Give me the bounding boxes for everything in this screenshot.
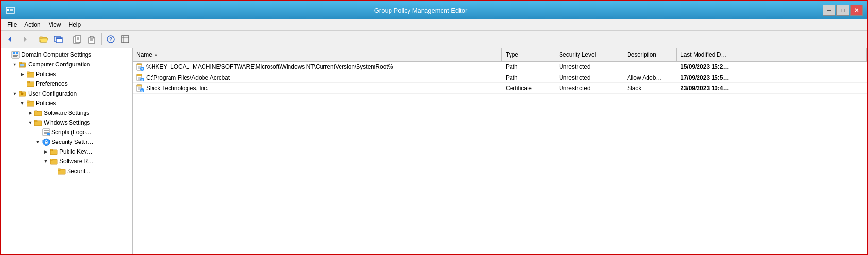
svg-rect-51 bbox=[47, 133, 50, 135]
user-folder-icon bbox=[19, 90, 27, 97]
svg-rect-68 bbox=[137, 74, 142, 76]
window-icon bbox=[5, 5, 15, 15]
col-type-label: Type bbox=[506, 51, 518, 58]
folder-icon-public-key bbox=[50, 148, 58, 155]
minimize-button[interactable]: ─ bbox=[823, 5, 835, 16]
tree-item-security-settings[interactable]: ▼ Security Settir… bbox=[1, 137, 132, 147]
toolbar: ? bbox=[1, 31, 867, 48]
tree-item-software-restriction[interactable]: ▼ Software R… bbox=[1, 157, 132, 166]
forward-button[interactable] bbox=[18, 32, 32, 46]
separator-1 bbox=[34, 33, 34, 45]
svg-rect-75 bbox=[137, 85, 142, 86]
tree-label-security-leaf: Securit… bbox=[67, 168, 91, 175]
svg-rect-35 bbox=[27, 72, 30, 73]
expand-windows-settings[interactable]: ▼ bbox=[27, 119, 34, 126]
tree-label-preferences: Preferences bbox=[36, 80, 68, 87]
menu-view[interactable]: View bbox=[45, 20, 65, 29]
col-header-security[interactable]: Security Level bbox=[555, 48, 623, 61]
copy-button[interactable] bbox=[70, 32, 84, 46]
menu-help[interactable]: Help bbox=[65, 20, 85, 29]
col-header-name[interactable]: Name ▲ bbox=[133, 48, 502, 61]
help-icon: ? bbox=[106, 35, 115, 44]
tree-label-computer-config: Computer Configuration bbox=[28, 61, 90, 68]
scripts-icon bbox=[42, 128, 50, 136]
main-content: Domain Computer Settings ▼ Computer Conf… bbox=[1, 48, 867, 254]
policy-icon-2: S bbox=[136, 74, 144, 81]
cell-name-3: S Slack Technologies, Inc. bbox=[133, 83, 502, 93]
properties-button[interactable] bbox=[119, 32, 132, 46]
menu-file[interactable]: File bbox=[3, 20, 20, 29]
new-window-button[interactable] bbox=[51, 32, 65, 46]
col-header-desc[interactable]: Description bbox=[623, 48, 677, 61]
cell-name-1: S %HKEY_LOCAL_MACHINE\SOFTWARE\Microsoft… bbox=[133, 62, 502, 72]
col-modified-label: Last Modified D… bbox=[681, 51, 727, 58]
restore-button[interactable]: □ bbox=[836, 5, 849, 16]
svg-text:S: S bbox=[141, 68, 143, 71]
properties-icon bbox=[121, 35, 130, 44]
expand-computer-config[interactable]: ▼ bbox=[11, 61, 18, 68]
right-panel: Name ▲ Type Security Level Description L… bbox=[133, 48, 867, 254]
tree-item-scripts[interactable]: Scripts (Logo… bbox=[1, 128, 132, 137]
list-body: S %HKEY_LOCAL_MACHINE\SOFTWARE\Microsoft… bbox=[133, 62, 867, 254]
expand-policies[interactable]: ▶ bbox=[19, 71, 26, 78]
folder-icon-user-policies bbox=[27, 100, 34, 107]
tree-item-policies[interactable]: ▶ Policies bbox=[1, 69, 132, 79]
table-row[interactable]: S %HKEY_LOCAL_MACHINE\SOFTWARE\Microsoft… bbox=[133, 62, 867, 72]
tree-label-scripts: Scripts (Logo… bbox=[51, 129, 92, 136]
tree-item-software-settings[interactable]: ▶ Software Settings bbox=[1, 108, 132, 118]
table-row[interactable]: S C:\Program Files\Adobe Acrobat Path Un… bbox=[133, 72, 867, 83]
tree-item-domain[interactable]: Domain Computer Settings bbox=[1, 50, 132, 60]
table-row[interactable]: S Slack Technologies, Inc. Certificate U… bbox=[133, 83, 867, 94]
folder-icon-policies bbox=[27, 71, 34, 78]
svg-rect-55 bbox=[50, 149, 53, 151]
folder-icon-software bbox=[34, 110, 42, 116]
svg-rect-26 bbox=[13, 52, 15, 54]
folder-icon-software-restriction bbox=[50, 158, 58, 165]
cell-modified-3: 23/09/2023 10:4… bbox=[677, 83, 867, 93]
svg-rect-10 bbox=[56, 38, 62, 39]
cell-type-3: Certificate bbox=[502, 83, 555, 93]
expand-preferences bbox=[19, 80, 26, 87]
policy-icon-3: S bbox=[136, 84, 144, 92]
tree-panel: Domain Computer Settings ▼ Computer Conf… bbox=[1, 48, 133, 254]
tree-label-domain: Domain Computer Settings bbox=[21, 51, 91, 58]
tree-label-user-policies: Policies bbox=[36, 100, 56, 107]
back-button[interactable] bbox=[3, 32, 17, 46]
cell-desc-2: Allow Adob… bbox=[623, 72, 677, 82]
close-button[interactable]: ✕ bbox=[850, 5, 863, 16]
svg-rect-31 bbox=[19, 62, 22, 64]
expand-software-restriction[interactable]: ▼ bbox=[42, 158, 49, 165]
paste-button[interactable] bbox=[85, 32, 99, 46]
col-header-modified[interactable]: Last Modified D… bbox=[677, 48, 867, 61]
tree-item-windows-settings[interactable]: ▼ Windows Settings bbox=[1, 118, 132, 128]
expand-public-key[interactable]: ▶ bbox=[42, 148, 49, 155]
tree-item-security-leaf[interactable]: Securit… bbox=[1, 166, 132, 176]
tree-item-public-key[interactable]: ▶ Public Key… bbox=[1, 147, 132, 157]
svg-rect-33 bbox=[20, 64, 24, 66]
svg-rect-28 bbox=[13, 55, 18, 56]
tree-item-user-config[interactable]: ▼ User Configuration bbox=[1, 89, 132, 98]
col-header-type[interactable]: Type bbox=[502, 48, 555, 61]
cell-desc-1 bbox=[623, 62, 677, 72]
window-title: Group Policy Management Editor bbox=[19, 7, 823, 14]
expand-user-policies[interactable]: ▼ bbox=[19, 100, 26, 107]
expand-security-settings[interactable]: ▼ bbox=[34, 139, 41, 145]
main-window: Group Policy Management Editor ─ □ ✕ Fil… bbox=[0, 0, 868, 255]
tree-label-windows-settings: Windows Settings bbox=[44, 119, 90, 126]
expand-software-settings[interactable]: ▶ bbox=[27, 110, 34, 116]
tree-item-user-policies[interactable]: ▼ Policies bbox=[1, 98, 132, 108]
svg-rect-39 bbox=[19, 91, 22, 93]
col-security-label: Security Level bbox=[559, 51, 596, 58]
tree-item-preferences[interactable]: Preferences bbox=[1, 79, 132, 89]
cell-modified-2: 17/09/2023 15:5… bbox=[677, 72, 867, 82]
svg-rect-46 bbox=[34, 120, 37, 122]
tree-item-computer-config[interactable]: ▼ Computer Configuration bbox=[1, 60, 132, 69]
help-button[interactable]: ? bbox=[104, 32, 118, 46]
row-icon-3: S bbox=[136, 84, 144, 92]
menu-action[interactable]: Action bbox=[20, 20, 44, 29]
open-button[interactable] bbox=[37, 32, 51, 46]
cell-security-2: Unrestricted bbox=[555, 72, 623, 82]
tree-label-software-restriction: Software R… bbox=[59, 158, 94, 165]
expand-user-config[interactable]: ▼ bbox=[11, 90, 18, 97]
cell-name-2: S C:\Program Files\Adobe Acrobat bbox=[133, 72, 502, 82]
